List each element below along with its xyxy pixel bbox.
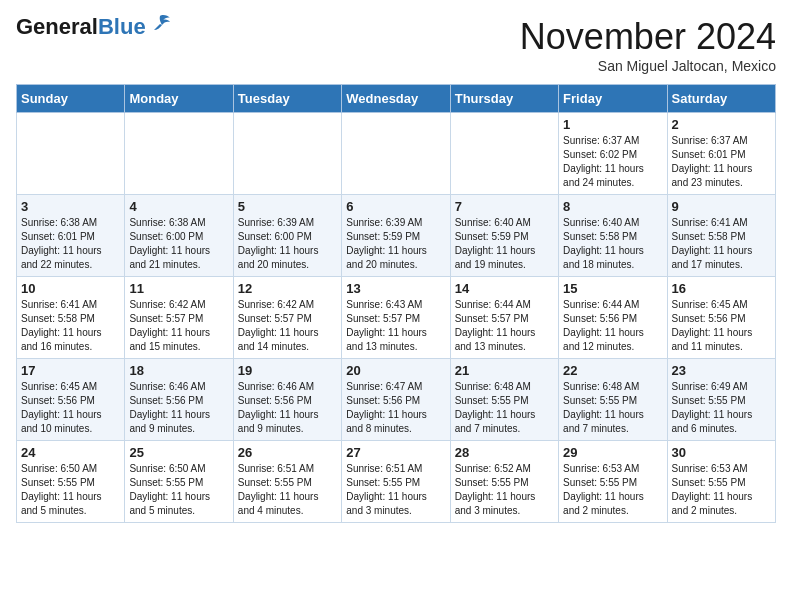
day-number: 30	[672, 445, 771, 460]
calendar-cell: 23Sunrise: 6:49 AMSunset: 5:55 PMDayligh…	[667, 359, 775, 441]
day-number: 8	[563, 199, 662, 214]
day-info: Sunrise: 6:44 AMSunset: 5:57 PMDaylight:…	[455, 298, 554, 354]
calendar-cell: 29Sunrise: 6:53 AMSunset: 5:55 PMDayligh…	[559, 441, 667, 523]
day-number: 22	[563, 363, 662, 378]
calendar-cell: 4Sunrise: 6:38 AMSunset: 6:00 PMDaylight…	[125, 195, 233, 277]
day-info: Sunrise: 6:40 AMSunset: 5:59 PMDaylight:…	[455, 216, 554, 272]
month-title: November 2024	[520, 16, 776, 58]
day-number: 20	[346, 363, 445, 378]
calendar-cell: 26Sunrise: 6:51 AMSunset: 5:55 PMDayligh…	[233, 441, 341, 523]
day-info: Sunrise: 6:51 AMSunset: 5:55 PMDaylight:…	[238, 462, 337, 518]
weekday-header: Saturday	[667, 85, 775, 113]
calendar-cell: 3Sunrise: 6:38 AMSunset: 6:01 PMDaylight…	[17, 195, 125, 277]
day-number: 15	[563, 281, 662, 296]
day-number: 6	[346, 199, 445, 214]
weekday-header: Monday	[125, 85, 233, 113]
day-number: 28	[455, 445, 554, 460]
title-block: November 2024 San Miguel Jaltocan, Mexic…	[520, 16, 776, 74]
calendar-cell: 8Sunrise: 6:40 AMSunset: 5:58 PMDaylight…	[559, 195, 667, 277]
calendar-cell: 22Sunrise: 6:48 AMSunset: 5:55 PMDayligh…	[559, 359, 667, 441]
location: San Miguel Jaltocan, Mexico	[520, 58, 776, 74]
day-info: Sunrise: 6:38 AMSunset: 6:01 PMDaylight:…	[21, 216, 120, 272]
day-info: Sunrise: 6:40 AMSunset: 5:58 PMDaylight:…	[563, 216, 662, 272]
day-number: 18	[129, 363, 228, 378]
day-number: 17	[21, 363, 120, 378]
weekday-header: Sunday	[17, 85, 125, 113]
day-info: Sunrise: 6:41 AMSunset: 5:58 PMDaylight:…	[672, 216, 771, 272]
day-info: Sunrise: 6:45 AMSunset: 5:56 PMDaylight:…	[672, 298, 771, 354]
calendar-header-row: SundayMondayTuesdayWednesdayThursdayFrid…	[17, 85, 776, 113]
calendar-table: SundayMondayTuesdayWednesdayThursdayFrid…	[16, 84, 776, 523]
calendar-cell: 10Sunrise: 6:41 AMSunset: 5:58 PMDayligh…	[17, 277, 125, 359]
day-info: Sunrise: 6:50 AMSunset: 5:55 PMDaylight:…	[129, 462, 228, 518]
calendar-cell: 11Sunrise: 6:42 AMSunset: 5:57 PMDayligh…	[125, 277, 233, 359]
day-info: Sunrise: 6:52 AMSunset: 5:55 PMDaylight:…	[455, 462, 554, 518]
day-number: 21	[455, 363, 554, 378]
calendar-week-row: 24Sunrise: 6:50 AMSunset: 5:55 PMDayligh…	[17, 441, 776, 523]
day-info: Sunrise: 6:45 AMSunset: 5:56 PMDaylight:…	[21, 380, 120, 436]
day-number: 5	[238, 199, 337, 214]
weekday-header: Thursday	[450, 85, 558, 113]
calendar-week-row: 1Sunrise: 6:37 AMSunset: 6:02 PMDaylight…	[17, 113, 776, 195]
day-info: Sunrise: 6:38 AMSunset: 6:00 PMDaylight:…	[129, 216, 228, 272]
weekday-header: Friday	[559, 85, 667, 113]
calendar-cell: 20Sunrise: 6:47 AMSunset: 5:56 PMDayligh…	[342, 359, 450, 441]
calendar-cell: 14Sunrise: 6:44 AMSunset: 5:57 PMDayligh…	[450, 277, 558, 359]
day-info: Sunrise: 6:46 AMSunset: 5:56 PMDaylight:…	[129, 380, 228, 436]
day-number: 2	[672, 117, 771, 132]
calendar-week-row: 17Sunrise: 6:45 AMSunset: 5:56 PMDayligh…	[17, 359, 776, 441]
weekday-header: Wednesday	[342, 85, 450, 113]
calendar-cell: 30Sunrise: 6:53 AMSunset: 5:55 PMDayligh…	[667, 441, 775, 523]
day-info: Sunrise: 6:49 AMSunset: 5:55 PMDaylight:…	[672, 380, 771, 436]
day-number: 19	[238, 363, 337, 378]
day-info: Sunrise: 6:43 AMSunset: 5:57 PMDaylight:…	[346, 298, 445, 354]
day-info: Sunrise: 6:39 AMSunset: 5:59 PMDaylight:…	[346, 216, 445, 272]
day-number: 12	[238, 281, 337, 296]
day-number: 4	[129, 199, 228, 214]
calendar-cell: 28Sunrise: 6:52 AMSunset: 5:55 PMDayligh…	[450, 441, 558, 523]
calendar-cell: 21Sunrise: 6:48 AMSunset: 5:55 PMDayligh…	[450, 359, 558, 441]
day-info: Sunrise: 6:48 AMSunset: 5:55 PMDaylight:…	[455, 380, 554, 436]
calendar-cell	[450, 113, 558, 195]
day-info: Sunrise: 6:37 AMSunset: 6:02 PMDaylight:…	[563, 134, 662, 190]
day-number: 24	[21, 445, 120, 460]
day-number: 1	[563, 117, 662, 132]
day-info: Sunrise: 6:42 AMSunset: 5:57 PMDaylight:…	[238, 298, 337, 354]
calendar-cell: 9Sunrise: 6:41 AMSunset: 5:58 PMDaylight…	[667, 195, 775, 277]
day-number: 14	[455, 281, 554, 296]
calendar-cell: 6Sunrise: 6:39 AMSunset: 5:59 PMDaylight…	[342, 195, 450, 277]
day-info: Sunrise: 6:47 AMSunset: 5:56 PMDaylight:…	[346, 380, 445, 436]
day-number: 11	[129, 281, 228, 296]
calendar-cell	[342, 113, 450, 195]
day-info: Sunrise: 6:51 AMSunset: 5:55 PMDaylight:…	[346, 462, 445, 518]
day-info: Sunrise: 6:44 AMSunset: 5:56 PMDaylight:…	[563, 298, 662, 354]
day-number: 26	[238, 445, 337, 460]
day-number: 29	[563, 445, 662, 460]
day-info: Sunrise: 6:53 AMSunset: 5:55 PMDaylight:…	[563, 462, 662, 518]
calendar-cell: 5Sunrise: 6:39 AMSunset: 6:00 PMDaylight…	[233, 195, 341, 277]
day-info: Sunrise: 6:41 AMSunset: 5:58 PMDaylight:…	[21, 298, 120, 354]
calendar-cell: 13Sunrise: 6:43 AMSunset: 5:57 PMDayligh…	[342, 277, 450, 359]
logo-bird-icon	[150, 14, 172, 32]
day-number: 25	[129, 445, 228, 460]
day-info: Sunrise: 6:42 AMSunset: 5:57 PMDaylight:…	[129, 298, 228, 354]
calendar-cell: 15Sunrise: 6:44 AMSunset: 5:56 PMDayligh…	[559, 277, 667, 359]
calendar-cell: 2Sunrise: 6:37 AMSunset: 6:01 PMDaylight…	[667, 113, 775, 195]
logo: GeneralBlue	[16, 16, 172, 38]
calendar-cell: 27Sunrise: 6:51 AMSunset: 5:55 PMDayligh…	[342, 441, 450, 523]
calendar-cell	[233, 113, 341, 195]
calendar-cell: 18Sunrise: 6:46 AMSunset: 5:56 PMDayligh…	[125, 359, 233, 441]
calendar-cell: 1Sunrise: 6:37 AMSunset: 6:02 PMDaylight…	[559, 113, 667, 195]
day-info: Sunrise: 6:50 AMSunset: 5:55 PMDaylight:…	[21, 462, 120, 518]
day-info: Sunrise: 6:39 AMSunset: 6:00 PMDaylight:…	[238, 216, 337, 272]
calendar-cell: 19Sunrise: 6:46 AMSunset: 5:56 PMDayligh…	[233, 359, 341, 441]
calendar-week-row: 3Sunrise: 6:38 AMSunset: 6:01 PMDaylight…	[17, 195, 776, 277]
calendar-week-row: 10Sunrise: 6:41 AMSunset: 5:58 PMDayligh…	[17, 277, 776, 359]
calendar-cell	[17, 113, 125, 195]
day-info: Sunrise: 6:48 AMSunset: 5:55 PMDaylight:…	[563, 380, 662, 436]
calendar-cell: 17Sunrise: 6:45 AMSunset: 5:56 PMDayligh…	[17, 359, 125, 441]
day-info: Sunrise: 6:53 AMSunset: 5:55 PMDaylight:…	[672, 462, 771, 518]
calendar-cell: 7Sunrise: 6:40 AMSunset: 5:59 PMDaylight…	[450, 195, 558, 277]
day-number: 7	[455, 199, 554, 214]
day-number: 27	[346, 445, 445, 460]
